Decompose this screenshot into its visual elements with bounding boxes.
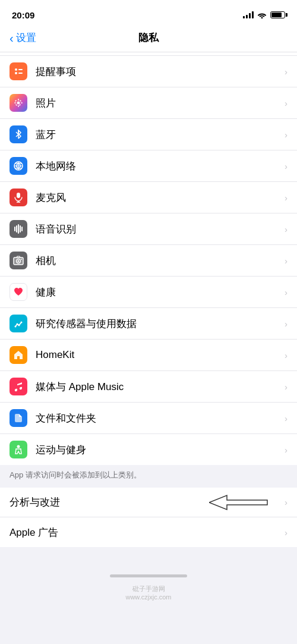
note-text: App 请求访问时会被添加到以上类别。 [0,465,297,488]
research-icon [10,315,27,332]
list-item-localnetwork[interactable]: 本地网络 › [0,150,297,182]
list-item-appleads[interactable]: Apple 广告 › [0,517,297,547]
nav-bar: ‹ 设置 隐私 [0,26,297,52]
home-indicator [0,565,297,582]
chevron-icon: › [285,497,287,507]
svg-rect-3 [18,73,23,74]
status-icons [243,11,285,18]
list-item-reminders[interactable]: 提醒事项 › [0,56,297,87]
appleads-label: Apple 广告 [10,526,285,539]
svg-rect-12 [15,104,17,106]
files-icon [10,409,27,427]
chevron-icon: › [285,161,287,171]
media-icon [10,378,27,395]
reminders-icon [10,62,27,80]
chevron-icon: › [285,98,287,108]
camera-label: 相机 [36,254,285,268]
camera-icon [10,252,27,269]
arrow-annotation [209,493,268,512]
chevron-icon: › [285,193,287,203]
list-item-analytics-wrapper: 分析与改进 › [0,488,297,517]
svg-point-35 [17,445,20,448]
list-item-analytics[interactable]: 分析与改进 › [0,488,297,517]
photos-label: 照片 [36,96,285,110]
microphone-icon [10,189,27,206]
list-item-microphone[interactable]: 麦克风 › [0,182,297,213]
svg-rect-11 [20,100,21,102]
research-label: 研究传感器与使用数据 [36,317,285,331]
files-label: 文件和文件夹 [36,411,285,425]
svg-point-4 [17,102,20,105]
back-chevron-icon: ‹ [10,32,14,44]
svg-rect-23 [18,224,19,234]
bluetooth-icon [10,125,27,143]
health-icon [10,283,27,301]
chevron-icon: › [285,445,287,455]
svg-rect-10 [19,104,21,106]
microphone-label: 麦克风 [36,191,285,205]
svg-rect-9 [15,100,17,102]
svg-rect-6 [18,105,19,107]
svg-point-29 [18,260,20,262]
list-item-files[interactable]: 文件和文件夹 › [0,403,297,434]
bottom-list: 分析与改进 › Apple 广告 › [0,488,297,547]
svg-rect-1 [18,69,23,70]
homekit-icon [10,346,27,364]
back-label: 设置 [16,31,36,45]
chevron-icon: › [285,287,287,297]
arrow-pointing-left-icon [209,493,268,512]
status-bar: 20:09 [0,0,297,26]
home-bar [110,574,187,577]
list-item-homekit[interactable]: HomeKit › [0,340,297,371]
list-item-research[interactable]: 研究传感器与使用数据 › [0,308,297,340]
svg-rect-5 [18,99,19,100]
svg-point-2 [15,72,17,74]
media-label: 媒体与 Apple Music [36,380,285,394]
homekit-label: HomeKit [36,349,285,361]
svg-point-33 [18,325,20,326]
reminders-label: 提醒事项 [36,65,285,78]
svg-rect-21 [14,227,15,231]
fitness-label: 运动与健身 [36,443,285,457]
speech-icon [10,220,27,238]
list-item-fitness[interactable]: 运动与健身 › [0,434,297,465]
status-time: 20:09 [12,10,34,20]
speech-label: 语音识别 [36,222,285,236]
svg-point-34 [21,322,23,323]
localnetwork-label: 本地网络 [36,159,285,173]
list-item-health[interactable]: 健康 › [0,277,297,308]
signal-icon [243,11,254,18]
chevron-icon: › [285,224,287,234]
chevron-icon: › [285,413,287,423]
list-item-bluetooth[interactable]: 蓝牙 › [0,119,297,150]
photos-icon [10,94,27,112]
page-title: 隐私 [138,31,159,45]
svg-point-32 [17,323,18,325]
chevron-icon: › [285,319,287,329]
bluetooth-label: 蓝牙 [36,128,285,142]
health-label: 健康 [36,285,285,299]
svg-rect-8 [21,102,23,103]
back-button[interactable]: ‹ 设置 [10,31,36,45]
svg-rect-18 [17,193,20,198]
list-item-camera[interactable]: 相机 › [0,245,297,277]
chevron-icon: › [285,350,287,360]
svg-point-30 [21,259,22,260]
watermark: 砒子手游网www.czjxjc.com [0,582,297,605]
list-item-speech[interactable]: 语音识别 › [0,213,297,245]
localnetwork-icon [10,157,27,175]
fitness-icon [10,441,27,458]
svg-point-31 [15,326,17,328]
chevron-icon: › [285,130,287,140]
svg-rect-7 [14,102,16,103]
svg-rect-22 [16,225,17,233]
svg-marker-37 [209,495,267,510]
battery-icon [270,11,285,18]
privacy-list: 提醒事项 › 照片 › [0,56,297,465]
svg-rect-25 [21,227,23,231]
list-item-photos[interactable]: 照片 › [0,87,297,119]
svg-rect-24 [20,225,21,233]
list-item-media[interactable]: 媒体与 Apple Music › [0,371,297,403]
chevron-icon: › [285,527,287,538]
chevron-icon: › [285,382,287,392]
